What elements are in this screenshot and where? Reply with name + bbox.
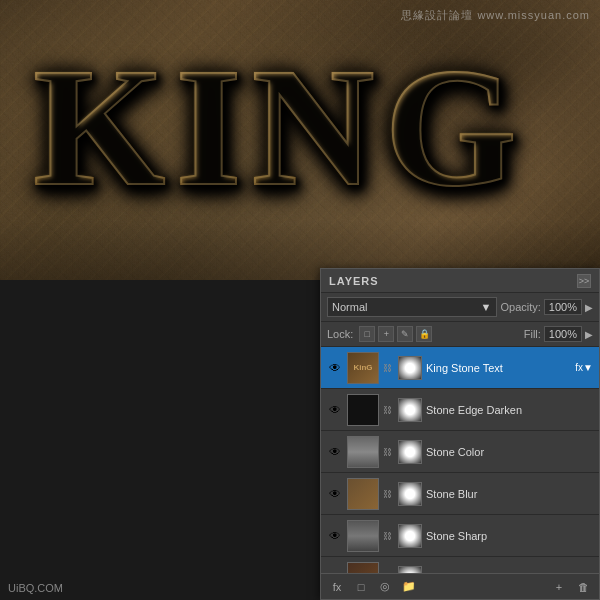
layer-item-stone-blur[interactable]: 👁⛓Stone Blur	[321, 473, 599, 515]
layer-item-stone-color[interactable]: 👁⛓Stone Color	[321, 431, 599, 473]
layer-mask-stone-color	[398, 440, 422, 464]
layer-item-king-stone-text[interactable]: 👁KinG⛓King Stone Textfx▼	[321, 347, 599, 389]
fill-value[interactable]: 100%	[544, 326, 582, 342]
layer-thumb-king-stone-text: KinG	[347, 352, 379, 384]
new-layer-btn[interactable]: +	[549, 577, 569, 597]
lock-icons: □ + ✎ 🔒	[359, 326, 432, 342]
panel-collapse-btn[interactable]: >>	[577, 274, 591, 288]
layer-eye-stone-color[interactable]: 👁	[327, 444, 343, 460]
fill-group: Fill: 100% ▶	[524, 326, 593, 342]
layer-name-stone-color: Stone Color	[426, 446, 593, 458]
layer-chain-stone-blur: ⛓	[383, 489, 392, 499]
layer-mask-stone-sharp	[398, 524, 422, 548]
opacity-group: Opacity: 100% ▶	[501, 299, 594, 315]
layer-eye-stone-blur[interactable]: 👁	[327, 486, 343, 502]
layer-name-stone-sharp: Stone Sharp	[426, 530, 593, 542]
add-mask-btn[interactable]: □	[351, 577, 371, 597]
layer-chain-king-stone-text: ⛓	[383, 363, 392, 373]
layer-fx-badge-king-stone-text: fx▼	[575, 362, 593, 373]
layer-name-stone-blur: Stone Blur	[426, 488, 593, 500]
layer-item-stone-sharp[interactable]: 👁⛓Stone Sharp	[321, 515, 599, 557]
layer-thumb-stone-edge-darken	[347, 394, 379, 426]
layer-chain-stone-edge-darken: ⛓	[383, 405, 392, 415]
layer-name-king-stone-text: King Stone Text	[426, 362, 569, 374]
panel-header: LAYERS >>	[321, 269, 599, 293]
blend-mode-select[interactable]: Normal ▼	[327, 297, 497, 317]
layer-mask-stone-edge-darken	[398, 398, 422, 422]
layer-eye-king-stone-text[interactable]: 👁	[327, 360, 343, 376]
layer-eye-stone-edge-darken[interactable]: 👁	[327, 402, 343, 418]
layer-eye-stone-sharp[interactable]: 👁	[327, 528, 343, 544]
opacity-value[interactable]: 100%	[544, 299, 582, 315]
opacity-arrow[interactable]: ▶	[585, 302, 593, 313]
layer-mask-king-stone-text	[398, 356, 422, 380]
fill-arrow[interactable]: ▶	[585, 329, 593, 340]
layer-item-stone-edge-darken[interactable]: 👁⛓Stone Edge Darken	[321, 389, 599, 431]
lock-fill-row: Lock: □ + ✎ 🔒 Fill: 100% ▶	[321, 322, 599, 347]
layer-thumb-stone-blur	[347, 478, 379, 510]
attribution-text: UiBQ.COM	[8, 582, 63, 594]
fill-label: Fill:	[524, 328, 541, 340]
lock-all-btn[interactable]: 🔒	[416, 326, 432, 342]
lock-transparent-btn[interactable]: □	[359, 326, 375, 342]
opacity-label: Opacity:	[501, 301, 541, 313]
canvas-area: KING 思緣設計論壇 www.missyuan.com	[0, 0, 600, 280]
layer-chain-stone-sharp: ⛓	[383, 531, 392, 541]
layer-thumb-stone-color	[347, 436, 379, 468]
delete-layer-btn[interactable]: 🗑	[573, 577, 593, 597]
layers-list: 👁KinG⛓King Stone Textfx▼👁⛓Stone Edge Dar…	[321, 347, 599, 599]
panel-title: LAYERS	[329, 275, 379, 287]
lock-position-btn[interactable]: ✎	[397, 326, 413, 342]
add-style-btn[interactable]: fx	[327, 577, 347, 597]
layers-panel: LAYERS >> Normal ▼ Opacity: 100% ▶ Lock:…	[320, 268, 600, 600]
layer-chain-stone-color: ⛓	[383, 447, 392, 457]
layer-mask-stone-blur	[398, 482, 422, 506]
layer-thumb-stone-sharp	[347, 520, 379, 552]
stone-king-text: KING	[0, 30, 580, 225]
watermark-text: 思緣設計論壇 www.missyuan.com	[401, 8, 590, 23]
lock-image-btn[interactable]: +	[378, 326, 394, 342]
panel-controls: >>	[577, 274, 591, 288]
lock-label: Lock:	[327, 328, 353, 340]
layer-name-stone-edge-darken: Stone Edge Darken	[426, 404, 593, 416]
new-adjustment-btn[interactable]: ◎	[375, 577, 395, 597]
new-group-btn[interactable]: 📁	[399, 577, 419, 597]
panel-bottom-toolbar: fx □ ◎ 📁 + 🗑	[321, 573, 599, 599]
blend-opacity-row: Normal ▼ Opacity: 100% ▶	[321, 293, 599, 322]
